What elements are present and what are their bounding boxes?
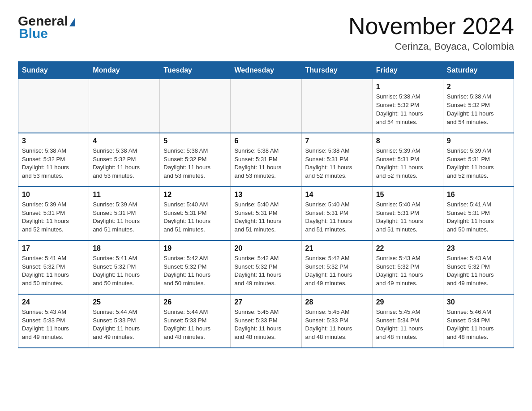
weekday-header-row: Sunday Monday Tuesday Wednesday Thursday… — [18, 62, 514, 79]
day-info: Sunrise: 5:42 AM Sunset: 5:32 PM Dayligh… — [163, 254, 227, 288]
calendar-week-row: 1Sunrise: 5:38 AM Sunset: 5:32 PM Daylig… — [18, 79, 514, 133]
day-info: Sunrise: 5:43 AM Sunset: 5:32 PM Dayligh… — [447, 254, 510, 288]
logo-triangle-icon — [69, 17, 75, 26]
calendar-body: 1Sunrise: 5:38 AM Sunset: 5:32 PM Daylig… — [18, 79, 514, 348]
calendar-cell — [301, 79, 372, 133]
day-number: 8 — [376, 137, 439, 145]
day-info: Sunrise: 5:38 AM Sunset: 5:32 PM Dayligh… — [163, 147, 227, 180]
calendar-cell: 23Sunrise: 5:43 AM Sunset: 5:32 PM Dayli… — [443, 240, 514, 294]
logo: General Blue — [18, 13, 75, 41]
day-number: 26 — [163, 298, 227, 306]
calendar-cell — [231, 79, 301, 133]
day-info: Sunrise: 5:39 AM Sunset: 5:31 PM Dayligh… — [22, 201, 85, 234]
calendar-week-row: 3Sunrise: 5:38 AM Sunset: 5:32 PM Daylig… — [18, 133, 514, 187]
day-info: Sunrise: 5:40 AM Sunset: 5:31 PM Dayligh… — [376, 201, 439, 234]
calendar-cell: 28Sunrise: 5:45 AM Sunset: 5:33 PM Dayli… — [301, 294, 372, 348]
calendar-cell: 6Sunrise: 5:38 AM Sunset: 5:31 PM Daylig… — [231, 133, 301, 187]
day-info: Sunrise: 5:40 AM Sunset: 5:31 PM Dayligh… — [234, 201, 297, 234]
day-number: 1 — [376, 83, 439, 91]
day-info: Sunrise: 5:38 AM Sunset: 5:31 PM Dayligh… — [305, 147, 369, 180]
calendar-cell: 11Sunrise: 5:39 AM Sunset: 5:31 PM Dayli… — [89, 187, 160, 240]
calendar-cell: 24Sunrise: 5:43 AM Sunset: 5:33 PM Dayli… — [18, 294, 89, 348]
day-info: Sunrise: 5:39 AM Sunset: 5:31 PM Dayligh… — [93, 201, 156, 234]
location-subtitle: Cerinza, Boyaca, Colombia — [348, 41, 514, 52]
day-number: 15 — [376, 191, 439, 199]
day-info: Sunrise: 5:45 AM Sunset: 5:33 PM Dayligh… — [234, 308, 297, 342]
day-number: 11 — [93, 191, 156, 199]
day-info: Sunrise: 5:38 AM Sunset: 5:32 PM Dayligh… — [93, 147, 156, 180]
calendar-week-row: 24Sunrise: 5:43 AM Sunset: 5:33 PM Dayli… — [18, 294, 514, 348]
day-number: 12 — [163, 191, 227, 199]
day-number: 27 — [234, 298, 297, 306]
calendar-cell: 3Sunrise: 5:38 AM Sunset: 5:32 PM Daylig… — [18, 133, 89, 187]
day-number: 24 — [22, 298, 85, 306]
calendar-table: Sunday Monday Tuesday Wednesday Thursday… — [18, 61, 514, 348]
day-info: Sunrise: 5:39 AM Sunset: 5:31 PM Dayligh… — [447, 147, 510, 180]
day-number: 28 — [305, 298, 369, 306]
calendar-cell: 9Sunrise: 5:39 AM Sunset: 5:31 PM Daylig… — [443, 133, 514, 187]
col-wednesday: Wednesday — [231, 62, 301, 79]
calendar-header: Sunday Monday Tuesday Wednesday Thursday… — [18, 62, 514, 79]
day-info: Sunrise: 5:38 AM Sunset: 5:31 PM Dayligh… — [234, 147, 297, 180]
month-year-title: November 2024 — [348, 13, 514, 39]
calendar-cell: 12Sunrise: 5:40 AM Sunset: 5:31 PM Dayli… — [160, 187, 231, 240]
day-info: Sunrise: 5:46 AM Sunset: 5:34 PM Dayligh… — [447, 308, 510, 342]
day-number: 16 — [447, 191, 510, 199]
calendar-cell: 1Sunrise: 5:38 AM Sunset: 5:32 PM Daylig… — [372, 79, 443, 133]
calendar-week-row: 17Sunrise: 5:41 AM Sunset: 5:32 PM Dayli… — [18, 240, 514, 294]
day-number: 3 — [22, 137, 85, 145]
day-number: 6 — [234, 137, 297, 145]
calendar-cell: 5Sunrise: 5:38 AM Sunset: 5:32 PM Daylig… — [160, 133, 231, 187]
day-number: 5 — [163, 137, 227, 145]
calendar-cell: 14Sunrise: 5:40 AM Sunset: 5:31 PM Dayli… — [301, 187, 372, 240]
day-number: 13 — [234, 191, 297, 199]
calendar-cell: 19Sunrise: 5:42 AM Sunset: 5:32 PM Dayli… — [160, 240, 231, 294]
title-section: November 2024 Cerinza, Boyaca, Colombia — [348, 13, 514, 52]
day-number: 2 — [447, 83, 510, 91]
day-info: Sunrise: 5:43 AM Sunset: 5:33 PM Dayligh… — [22, 308, 85, 342]
calendar-cell — [160, 79, 231, 133]
calendar-cell: 4Sunrise: 5:38 AM Sunset: 5:32 PM Daylig… — [89, 133, 160, 187]
day-info: Sunrise: 5:40 AM Sunset: 5:31 PM Dayligh… — [305, 201, 369, 234]
calendar-cell: 27Sunrise: 5:45 AM Sunset: 5:33 PM Dayli… — [231, 294, 301, 348]
calendar-cell: 22Sunrise: 5:43 AM Sunset: 5:32 PM Dayli… — [372, 240, 443, 294]
calendar-cell: 30Sunrise: 5:46 AM Sunset: 5:34 PM Dayli… — [443, 294, 514, 348]
day-number: 21 — [305, 244, 369, 253]
day-info: Sunrise: 5:40 AM Sunset: 5:31 PM Dayligh… — [163, 201, 227, 234]
day-info: Sunrise: 5:43 AM Sunset: 5:32 PM Dayligh… — [376, 254, 439, 288]
calendar-cell: 2Sunrise: 5:38 AM Sunset: 5:32 PM Daylig… — [443, 79, 514, 133]
day-number: 9 — [447, 137, 510, 145]
calendar-cell: 29Sunrise: 5:45 AM Sunset: 5:34 PM Dayli… — [372, 294, 443, 348]
calendar-cell — [89, 79, 160, 133]
calendar-cell: 10Sunrise: 5:39 AM Sunset: 5:31 PM Dayli… — [18, 187, 89, 240]
calendar-cell: 18Sunrise: 5:41 AM Sunset: 5:32 PM Dayli… — [89, 240, 160, 294]
day-number: 19 — [163, 244, 227, 253]
day-info: Sunrise: 5:44 AM Sunset: 5:33 PM Dayligh… — [163, 308, 227, 342]
day-info: Sunrise: 5:44 AM Sunset: 5:33 PM Dayligh… — [93, 308, 156, 342]
day-number: 29 — [376, 298, 439, 306]
day-info: Sunrise: 5:42 AM Sunset: 5:32 PM Dayligh… — [305, 254, 369, 288]
page-header: General Blue November 2024 Cerinza, Boya… — [18, 13, 514, 52]
col-monday: Monday — [89, 62, 160, 79]
day-info: Sunrise: 5:38 AM Sunset: 5:32 PM Dayligh… — [376, 93, 439, 126]
day-number: 14 — [305, 191, 369, 199]
day-info: Sunrise: 5:39 AM Sunset: 5:31 PM Dayligh… — [376, 147, 439, 180]
day-info: Sunrise: 5:45 AM Sunset: 5:33 PM Dayligh… — [305, 308, 369, 342]
col-friday: Friday — [372, 62, 443, 79]
logo-blue-text: Blue — [18, 26, 75, 41]
col-thursday: Thursday — [301, 62, 372, 79]
day-number: 23 — [447, 244, 510, 253]
col-saturday: Saturday — [443, 62, 514, 79]
day-number: 4 — [93, 137, 156, 145]
calendar-cell: 15Sunrise: 5:40 AM Sunset: 5:31 PM Dayli… — [372, 187, 443, 240]
day-info: Sunrise: 5:38 AM Sunset: 5:32 PM Dayligh… — [22, 147, 85, 180]
day-info: Sunrise: 5:38 AM Sunset: 5:32 PM Dayligh… — [447, 93, 510, 126]
calendar-cell: 26Sunrise: 5:44 AM Sunset: 5:33 PM Dayli… — [160, 294, 231, 348]
day-info: Sunrise: 5:41 AM Sunset: 5:32 PM Dayligh… — [93, 254, 156, 288]
day-number: 25 — [93, 298, 156, 306]
day-number: 18 — [93, 244, 156, 253]
day-info: Sunrise: 5:45 AM Sunset: 5:34 PM Dayligh… — [376, 308, 439, 342]
day-info: Sunrise: 5:42 AM Sunset: 5:32 PM Dayligh… — [234, 254, 297, 288]
calendar-cell — [18, 79, 89, 133]
calendar-cell: 17Sunrise: 5:41 AM Sunset: 5:32 PM Dayli… — [18, 240, 89, 294]
